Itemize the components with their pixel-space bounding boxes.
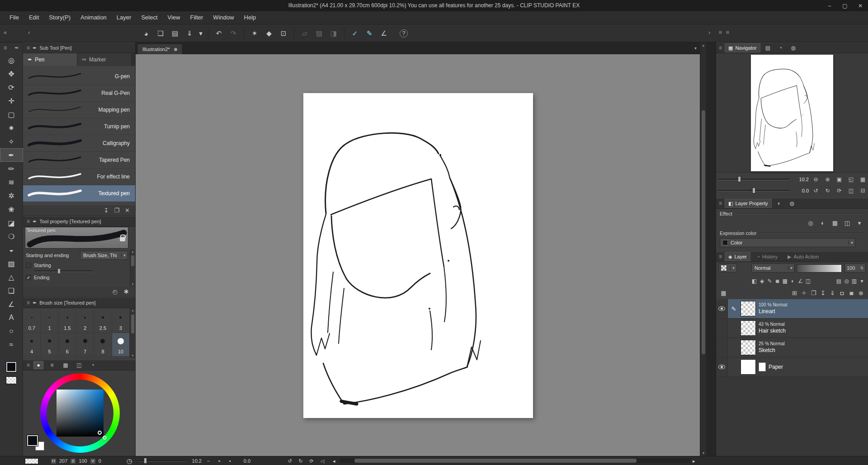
brush-size-option[interactable]: 1 bbox=[41, 310, 58, 333]
hand-tool[interactable]: ✥ bbox=[0, 67, 23, 80]
draft-layer-icon[interactable]: ✎ bbox=[766, 277, 774, 286]
layer-tab[interactable]: ◈ Layer bbox=[725, 252, 750, 261]
layer-panel-menu-icon[interactable]: ≡ bbox=[719, 254, 722, 260]
snap-grid-icon[interactable]: ⊡ bbox=[278, 28, 289, 39]
fit-screen-icon[interactable]: ◱ bbox=[846, 175, 856, 184]
navigator-menu-icon[interactable]: ≡ bbox=[719, 45, 722, 51]
horizontal-scroll-thumb[interactable] bbox=[354, 459, 637, 463]
duplicate-subtool-icon[interactable]: ❐ bbox=[114, 207, 119, 214]
color-set-tab-icon[interactable]: ▦ bbox=[61, 361, 71, 369]
color-wheel-tab-icon[interactable]: ● bbox=[33, 361, 43, 369]
decoration-tool[interactable]: ❀ bbox=[0, 202, 23, 216]
sv-marker[interactable] bbox=[98, 431, 102, 435]
vector-edit-icon[interactable]: ✎ bbox=[363, 28, 375, 39]
menu-filter[interactable]: Filter bbox=[185, 11, 208, 24]
status-zoom-thumb[interactable] bbox=[144, 458, 147, 464]
rotate-left-icon[interactable]: ↺ bbox=[811, 186, 821, 195]
color-menu-icon[interactable]: ≡ bbox=[27, 362, 30, 368]
menu-layer[interactable]: Layer bbox=[112, 11, 137, 24]
figure-tool[interactable]: △ bbox=[0, 270, 23, 284]
navigator-zoom-slider[interactable] bbox=[718, 178, 789, 180]
brush-tool[interactable]: ≋ bbox=[0, 175, 23, 189]
close-button[interactable]: ✕ bbox=[853, 0, 868, 11]
canvas-horizontal-scrollbar[interactable] bbox=[339, 458, 691, 463]
brush-size-option[interactable]: 8 bbox=[94, 333, 112, 357]
starting-slider[interactable] bbox=[34, 270, 93, 272]
layer-name[interactable]: Hair sketch bbox=[759, 328, 786, 334]
transparent-color-swatch[interactable] bbox=[6, 376, 17, 384]
reset-rotation-icon[interactable]: ⟳ bbox=[835, 186, 844, 195]
vertical-scroll-thumb[interactable] bbox=[702, 110, 705, 354]
balloon-tool[interactable]: ○ bbox=[0, 324, 23, 338]
visibility-eye-icon[interactable] bbox=[718, 306, 725, 311]
status-fit-icon[interactable]: ◁ bbox=[318, 458, 326, 464]
ending-checkbox[interactable]: ✓ bbox=[26, 275, 31, 280]
color-slider-tab-icon[interactable]: ≡ bbox=[47, 361, 57, 369]
flip-vertical-icon[interactable]: ⊟ bbox=[858, 186, 868, 195]
toolprop-scrollbar[interactable]: ▴ ▾ bbox=[130, 249, 135, 287]
color-mixing-tab-icon[interactable]: ◫ bbox=[74, 361, 84, 369]
status-rotate-left-icon[interactable]: ↺ bbox=[286, 458, 294, 464]
visibility-eye-icon[interactable] bbox=[718, 365, 725, 369]
brushsize-menu-icon[interactable]: ≡ bbox=[27, 300, 30, 306]
layer-property-menu-icon[interactable]: ≡ bbox=[719, 200, 722, 207]
gradient-tool[interactable]: ▨ bbox=[0, 257, 23, 270]
subtool-menu-icon[interactable]: ≡ bbox=[27, 45, 30, 51]
main-color-swatch[interactable] bbox=[6, 362, 17, 372]
hscroll-right-icon[interactable]: ▸ bbox=[693, 456, 695, 465]
fill-tool[interactable]: ◒ bbox=[0, 243, 23, 257]
navigator-rotate-slider[interactable] bbox=[718, 190, 789, 192]
starting-checkbox[interactable] bbox=[26, 263, 31, 268]
layer-thumbnail[interactable] bbox=[741, 320, 756, 336]
layer-name[interactable]: Lineart bbox=[759, 308, 787, 315]
subtool-item-calligraphy[interactable]: Calligraphy bbox=[23, 135, 135, 152]
menu-select[interactable]: Select bbox=[136, 11, 162, 24]
fit-area-icon[interactable]: ▦ bbox=[858, 175, 868, 184]
link-canvas-icon[interactable]: ◫ bbox=[804, 277, 812, 286]
paper-thumbnail[interactable] bbox=[741, 359, 756, 375]
saturation-value-square[interactable] bbox=[57, 390, 104, 437]
navigator-tab[interactable]: ▦ Navigator bbox=[725, 43, 760, 52]
zoom-out-icon[interactable]: ⊖ bbox=[811, 175, 821, 184]
toolprop-menu-icon[interactable]: ≡ bbox=[27, 218, 30, 225]
layer-name[interactable]: Sketch bbox=[759, 347, 785, 354]
blend-tool[interactable]: ❍ bbox=[0, 230, 23, 243]
help-icon[interactable]: ? bbox=[400, 29, 408, 38]
open-file-icon[interactable]: ▤ bbox=[169, 28, 181, 39]
layer-name[interactable]: Paper bbox=[769, 364, 783, 371]
spinner-arrows-icon[interactable]: ⇅ bbox=[860, 266, 863, 270]
smooth-line-icon[interactable]: ✓ bbox=[349, 28, 361, 39]
layer-color-effect-icon[interactable]: ◫ bbox=[843, 218, 852, 227]
collapse-left-panel-icon[interactable]: ‹ bbox=[28, 29, 30, 36]
save-dropdown-icon[interactable]: ▾ bbox=[198, 28, 203, 39]
visibility-toggle[interactable] bbox=[716, 319, 728, 338]
tab-close-icon[interactable] bbox=[174, 48, 177, 51]
snap-special-ruler-icon[interactable]: ◆ bbox=[263, 28, 275, 39]
menu-animation[interactable]: Animation bbox=[75, 11, 112, 24]
merge-down-icon[interactable]: ⇓ bbox=[828, 289, 837, 298]
transparent-chip[interactable] bbox=[25, 456, 38, 465]
document-tab[interactable]: Illustration2* bbox=[137, 44, 182, 54]
palette-color-dropdown[interactable]: ▾ bbox=[719, 263, 737, 272]
info-tab-icon[interactable]: ◍ bbox=[788, 44, 798, 52]
zoom-in-icon[interactable]: ⊕ bbox=[823, 175, 832, 184]
slider-handle[interactable] bbox=[57, 268, 61, 274]
save-file-icon[interactable]: ⇓ bbox=[184, 28, 195, 39]
apply-mask-icon[interactable]: ◙ bbox=[847, 289, 856, 298]
deselect-icon[interactable]: ▨ bbox=[313, 28, 325, 39]
import-subtool-icon[interactable]: ↧ bbox=[104, 207, 109, 214]
main-color-swatch[interactable] bbox=[27, 435, 38, 446]
create-mask-icon[interactable]: ◘ bbox=[837, 289, 847, 298]
zoom-100-icon[interactable]: ▣ bbox=[835, 175, 844, 184]
menu-help[interactable]: Help bbox=[239, 11, 261, 24]
layer-row-hair-sketch[interactable]: 43 % Normal Hair sketch bbox=[716, 319, 868, 338]
canvas-vertical-scrollbar[interactable]: ▴ ▾ bbox=[700, 42, 706, 456]
rotate-right-icon[interactable]: ↻ bbox=[823, 186, 832, 195]
new-raster-layer-icon[interactable]: ⊞ bbox=[790, 289, 799, 298]
hue-ring[interactable] bbox=[40, 373, 120, 453]
color-profile-tab-icon[interactable]: ◍ bbox=[787, 199, 797, 207]
collapse-right-panel-icon[interactable]: › bbox=[708, 29, 710, 36]
tone-effect-icon[interactable]: ◐ bbox=[818, 218, 827, 227]
subtool-item-textured-pen[interactable]: Textured pen bbox=[23, 185, 135, 202]
invert-selection-icon[interactable]: ◨ bbox=[328, 28, 340, 39]
